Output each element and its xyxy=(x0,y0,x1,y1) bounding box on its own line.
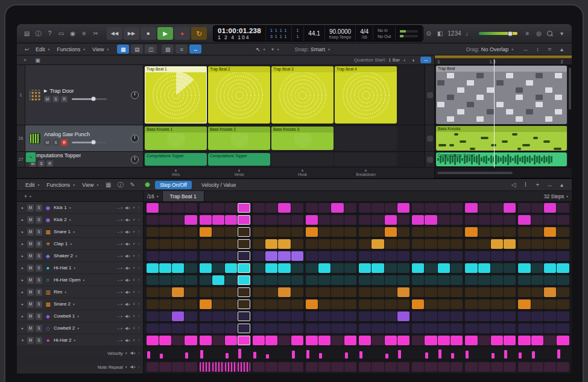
cycle-button[interactable]: ↻ xyxy=(191,27,207,40)
step-cell[interactable] xyxy=(172,215,184,225)
track-header[interactable]: Analog Saw PunchMSR xyxy=(25,125,144,151)
expand-row-icon[interactable]: ▸ xyxy=(20,326,25,331)
region-computations-topper[interactable]: Computations Topper xyxy=(436,152,567,166)
pan-knob[interactable] xyxy=(131,134,139,142)
expand-row-icon[interactable]: ▸ xyxy=(20,266,25,271)
step-cell[interactable] xyxy=(385,263,397,273)
step-cell[interactable] xyxy=(412,251,424,261)
row-monitor-menu[interactable]: ◀▾ xyxy=(125,266,130,271)
row-bolt-icon[interactable]: ⚡ xyxy=(133,230,136,234)
step-cell[interactable] xyxy=(504,203,516,213)
step-cell[interactable] xyxy=(147,287,159,297)
step-cell[interactable] xyxy=(344,299,356,309)
step-cell[interactable] xyxy=(212,336,224,345)
step-cell[interactable] xyxy=(200,227,212,237)
step-cell[interactable] xyxy=(344,324,356,333)
step-cell[interactable] xyxy=(438,287,450,297)
velocity-bar[interactable] xyxy=(344,348,356,359)
step-cell[interactable] xyxy=(465,324,477,333)
track-header[interactable]: Computations TopperMSR xyxy=(25,152,144,167)
step-cell[interactable] xyxy=(504,215,516,225)
count-in-icon[interactable]: 1234 xyxy=(446,29,462,39)
step-cell[interactable] xyxy=(344,275,356,285)
row-assign-menu[interactable]: →▾ xyxy=(116,326,122,330)
step-cell[interactable] xyxy=(531,239,543,249)
step-cell[interactable] xyxy=(478,239,490,249)
velocity-bar[interactable] xyxy=(265,348,277,359)
velocity-bar[interactable] xyxy=(504,348,516,359)
step-cell[interactable] xyxy=(491,227,503,237)
snap-menu[interactable]: Snap: Smart ▾ xyxy=(295,46,330,52)
step-cell[interactable] xyxy=(478,215,490,225)
step-cell[interactable] xyxy=(518,251,530,261)
step-cell[interactable] xyxy=(172,263,184,273)
step-cell[interactable] xyxy=(557,239,569,249)
subrow-label[interactable]: Note Repeat▾ xyxy=(98,365,127,370)
expand-row-icon[interactable]: ▸ xyxy=(20,230,25,234)
step-cell[interactable] xyxy=(253,203,265,213)
note-repeat-cell[interactable] xyxy=(212,362,224,372)
step-cell[interactable] xyxy=(253,312,265,321)
step-cell[interactable] xyxy=(491,287,503,297)
row-assign-menu[interactable]: →▾ xyxy=(116,242,122,246)
step-cell[interactable] xyxy=(344,263,356,273)
step-cell[interactable] xyxy=(212,227,224,237)
step-cell[interactable] xyxy=(371,215,384,225)
step-cell[interactable] xyxy=(278,275,290,285)
expand-row-icon[interactable]: ▸ xyxy=(20,302,25,307)
step-cell[interactable] xyxy=(450,251,463,261)
row-solo-button[interactable]: S xyxy=(36,289,42,296)
mode-step-on-off-button[interactable]: Step On/Off xyxy=(155,181,192,189)
step-cell[interactable] xyxy=(238,312,250,321)
step-cell[interactable] xyxy=(397,312,409,321)
step-cell[interactable] xyxy=(291,312,303,321)
step-cell[interactable] xyxy=(278,227,290,237)
step-cell[interactable] xyxy=(212,287,224,297)
step-cell[interactable] xyxy=(371,227,384,237)
zoom-horizontal-icon[interactable]: ↔ xyxy=(520,45,531,54)
step-cell[interactable] xyxy=(478,203,490,213)
row-name-menu[interactable]: Cowbell 1▾ xyxy=(54,313,114,319)
step-cell[interactable] xyxy=(200,215,212,225)
step-cell[interactable] xyxy=(518,227,530,237)
step-cell[interactable] xyxy=(200,324,212,333)
step-cell[interactable] xyxy=(172,287,184,297)
step-cell[interactable] xyxy=(200,251,212,261)
expand-row-icon[interactable]: ▸ xyxy=(20,254,25,258)
step-cell[interactable] xyxy=(465,263,477,273)
step-cell[interactable] xyxy=(344,215,356,225)
step-cell[interactable] xyxy=(172,227,184,237)
automation-icon[interactable]: ≡ xyxy=(175,45,188,54)
drag-menu[interactable]: Drag: No Overlap ▾ xyxy=(466,46,513,52)
track-m-button[interactable]: M xyxy=(44,139,51,146)
step-cell[interactable] xyxy=(265,251,277,261)
step-cell[interactable] xyxy=(450,263,463,273)
row-assign-menu[interactable]: →▾ xyxy=(116,218,122,222)
step-cell[interactable] xyxy=(172,312,184,321)
step-cell[interactable] xyxy=(425,312,437,321)
step-cell[interactable] xyxy=(318,336,330,345)
step-cell[interactable] xyxy=(278,251,290,261)
step-cell[interactable] xyxy=(425,287,437,297)
lcd-division[interactable]: /16 xyxy=(360,35,368,39)
step-cell[interactable] xyxy=(412,275,424,285)
step-cell[interactable] xyxy=(291,251,303,261)
row-bolt-icon[interactable]: ⚡ xyxy=(133,338,136,343)
step-cell[interactable] xyxy=(265,312,277,321)
step-cell[interactable] xyxy=(331,287,343,297)
step-cell[interactable] xyxy=(504,312,516,321)
step-cell[interactable] xyxy=(331,299,343,309)
step-cell[interactable] xyxy=(518,239,530,249)
step-cell[interactable] xyxy=(518,299,530,309)
step-cell[interactable] xyxy=(491,336,503,345)
step-cell[interactable] xyxy=(425,263,437,273)
note-repeat-cell[interactable] xyxy=(438,362,450,372)
step-cell[interactable] xyxy=(172,299,184,309)
step-cell[interactable] xyxy=(185,215,197,225)
step-cell[interactable] xyxy=(385,203,397,213)
step-cell[interactable] xyxy=(318,251,330,261)
row-assign-menu[interactable]: →▾ xyxy=(116,302,122,306)
step-cell[interactable] xyxy=(212,215,224,225)
lcd-smpte-time[interactable]: 01:00:01.238 xyxy=(218,27,261,34)
pan-knob[interactable] xyxy=(131,91,139,99)
